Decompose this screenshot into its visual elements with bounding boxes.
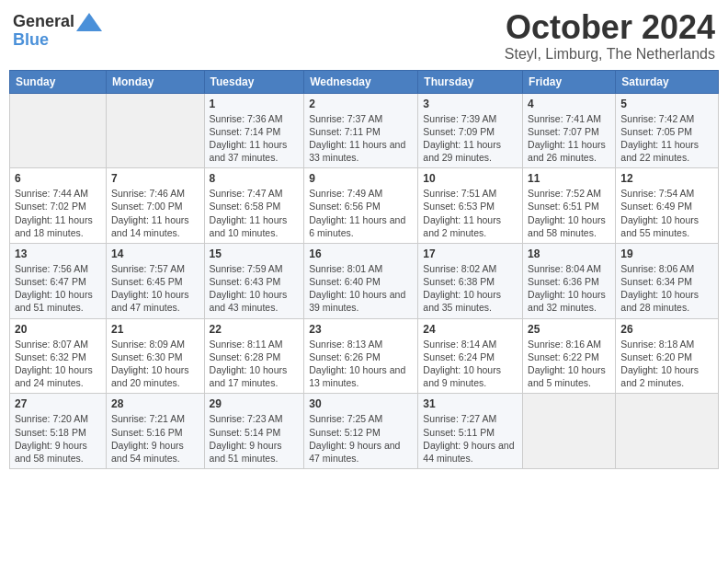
day-info: Sunrise: 7:52 AM Sunset: 6:51 PM Dayligh… [528, 187, 610, 239]
day-number: 2 [309, 98, 413, 110]
calendar-cell: 19Sunrise: 8:06 AM Sunset: 6:34 PM Dayli… [616, 243, 719, 318]
calendar-cell: 3Sunrise: 7:39 AM Sunset: 7:09 PM Daylig… [418, 93, 523, 168]
month-title: October 2024 [505, 9, 715, 46]
day-number: 17 [423, 247, 518, 260]
calendar-week-row: 20Sunrise: 8:07 AM Sunset: 6:32 PM Dayli… [10, 318, 719, 394]
calendar-cell: 8Sunrise: 7:47 AM Sunset: 6:58 PM Daylig… [204, 168, 304, 244]
calendar-cell: 1Sunrise: 7:36 AM Sunset: 7:14 PM Daylig… [204, 93, 304, 168]
calendar-cell: 4Sunrise: 7:41 AM Sunset: 7:07 PM Daylig… [523, 93, 616, 168]
calendar-cell: 17Sunrise: 8:02 AM Sunset: 6:38 PM Dayli… [418, 243, 523, 318]
logo-general: General [13, 13, 74, 31]
day-number: 14 [111, 247, 199, 260]
day-header-monday: Monday [106, 70, 204, 93]
day-info: Sunrise: 7:36 AM Sunset: 7:14 PM Dayligh… [210, 112, 300, 165]
day-number: 6 [15, 172, 101, 185]
day-number: 12 [620, 172, 713, 185]
calendar-table: SundayMondayTuesdayWednesdayThursdayFrid… [9, 70, 719, 469]
logo: General Blue [13, 13, 102, 50]
day-number: 7 [111, 172, 199, 185]
calendar-cell: 22Sunrise: 8:11 AM Sunset: 6:28 PM Dayli… [204, 318, 304, 394]
day-number: 18 [528, 247, 610, 260]
day-number: 31 [423, 397, 518, 410]
day-number: 16 [309, 247, 413, 260]
day-info: Sunrise: 8:06 AM Sunset: 6:34 PM Dayligh… [620, 262, 713, 315]
location-subtitle: Steyl, Limburg, The Netherlands [505, 46, 715, 63]
calendar-cell: 31Sunrise: 7:27 AM Sunset: 5:11 PM Dayli… [418, 394, 523, 469]
day-info: Sunrise: 8:13 AM Sunset: 6:26 PM Dayligh… [309, 338, 413, 390]
calendar-cell [10, 93, 107, 168]
calendar-cell: 10Sunrise: 7:51 AM Sunset: 6:53 PM Dayli… [418, 168, 523, 244]
day-number: 20 [15, 323, 101, 336]
calendar-cell: 12Sunrise: 7:54 AM Sunset: 6:49 PM Dayli… [616, 168, 719, 244]
day-info: Sunrise: 7:57 AM Sunset: 6:45 PM Dayligh… [111, 262, 199, 315]
day-number: 3 [423, 98, 518, 110]
day-number: 24 [423, 323, 518, 336]
day-header-tuesday: Tuesday [204, 70, 304, 93]
day-number: 19 [620, 247, 713, 260]
day-info: Sunrise: 8:11 AM Sunset: 6:28 PM Dayligh… [210, 338, 300, 390]
day-info: Sunrise: 7:49 AM Sunset: 6:56 PM Dayligh… [309, 187, 413, 239]
day-header-friday: Friday [523, 70, 616, 93]
day-info: Sunrise: 8:09 AM Sunset: 6:30 PM Dayligh… [111, 338, 199, 390]
day-info: Sunrise: 7:47 AM Sunset: 6:58 PM Dayligh… [210, 187, 300, 239]
calendar-week-row: 6Sunrise: 7:44 AM Sunset: 7:02 PM Daylig… [10, 168, 719, 244]
day-number: 25 [528, 323, 610, 336]
day-header-saturday: Saturday [616, 70, 719, 93]
calendar-cell: 16Sunrise: 8:01 AM Sunset: 6:40 PM Dayli… [304, 243, 418, 318]
logo-blue: Blue [13, 30, 49, 49]
day-info: Sunrise: 7:54 AM Sunset: 6:49 PM Dayligh… [620, 187, 713, 239]
calendar-cell: 30Sunrise: 7:25 AM Sunset: 5:12 PM Dayli… [304, 394, 418, 469]
day-number: 30 [309, 397, 413, 410]
calendar-cell: 5Sunrise: 7:42 AM Sunset: 7:05 PM Daylig… [616, 93, 719, 168]
day-info: Sunrise: 8:18 AM Sunset: 6:20 PM Dayligh… [620, 338, 713, 390]
day-number: 21 [111, 323, 199, 336]
calendar-week-row: 27Sunrise: 7:20 AM Sunset: 5:18 PM Dayli… [10, 394, 719, 469]
calendar-cell: 7Sunrise: 7:46 AM Sunset: 7:00 PM Daylig… [106, 168, 204, 244]
day-info: Sunrise: 7:20 AM Sunset: 5:18 PM Dayligh… [15, 412, 101, 465]
calendar-cell: 20Sunrise: 8:07 AM Sunset: 6:32 PM Dayli… [10, 318, 107, 394]
day-number: 4 [528, 98, 610, 110]
day-number: 9 [309, 172, 413, 185]
day-info: Sunrise: 7:39 AM Sunset: 7:09 PM Dayligh… [423, 112, 518, 165]
day-number: 29 [210, 397, 300, 410]
day-info: Sunrise: 7:46 AM Sunset: 7:00 PM Dayligh… [111, 187, 199, 239]
day-info: Sunrise: 8:04 AM Sunset: 6:36 PM Dayligh… [528, 262, 610, 315]
calendar-header-row: SundayMondayTuesdayWednesdayThursdayFrid… [10, 70, 719, 93]
day-info: Sunrise: 7:23 AM Sunset: 5:14 PM Dayligh… [210, 412, 300, 465]
calendar-cell: 25Sunrise: 8:16 AM Sunset: 6:22 PM Dayli… [523, 318, 616, 394]
calendar-cell: 23Sunrise: 8:13 AM Sunset: 6:26 PM Dayli… [304, 318, 418, 394]
day-header-thursday: Thursday [418, 70, 523, 93]
calendar-cell: 2Sunrise: 7:37 AM Sunset: 7:11 PM Daylig… [304, 93, 418, 168]
calendar-cell: 11Sunrise: 7:52 AM Sunset: 6:51 PM Dayli… [523, 168, 616, 244]
day-info: Sunrise: 7:37 AM Sunset: 7:11 PM Dayligh… [309, 112, 413, 165]
calendar-cell: 21Sunrise: 8:09 AM Sunset: 6:30 PM Dayli… [106, 318, 204, 394]
day-info: Sunrise: 8:01 AM Sunset: 6:40 PM Dayligh… [309, 262, 413, 315]
day-number: 5 [620, 98, 713, 110]
day-number: 1 [210, 98, 300, 110]
calendar-cell [106, 93, 204, 168]
calendar-cell [616, 394, 719, 469]
day-info: Sunrise: 8:07 AM Sunset: 6:32 PM Dayligh… [15, 338, 101, 390]
day-info: Sunrise: 7:25 AM Sunset: 5:12 PM Dayligh… [309, 412, 413, 465]
logo-icon [76, 13, 102, 31]
day-info: Sunrise: 7:59 AM Sunset: 6:43 PM Dayligh… [210, 262, 300, 315]
day-info: Sunrise: 7:51 AM Sunset: 6:53 PM Dayligh… [423, 187, 518, 239]
calendar-cell: 14Sunrise: 7:57 AM Sunset: 6:45 PM Dayli… [106, 243, 204, 318]
calendar-cell: 29Sunrise: 7:23 AM Sunset: 5:14 PM Dayli… [204, 394, 304, 469]
day-info: Sunrise: 7:42 AM Sunset: 7:05 PM Dayligh… [620, 112, 713, 165]
day-header-sunday: Sunday [10, 70, 107, 93]
svg-marker-0 [76, 13, 102, 31]
day-info: Sunrise: 7:27 AM Sunset: 5:11 PM Dayligh… [423, 412, 518, 465]
page-header: General Blue October 2024 Steyl, Limburg… [9, 9, 719, 63]
day-number: 23 [309, 323, 413, 336]
day-info: Sunrise: 7:41 AM Sunset: 7:07 PM Dayligh… [528, 112, 610, 165]
day-number: 27 [15, 397, 101, 410]
calendar-week-row: 1Sunrise: 7:36 AM Sunset: 7:14 PM Daylig… [10, 93, 719, 168]
calendar-cell: 24Sunrise: 8:14 AM Sunset: 6:24 PM Dayli… [418, 318, 523, 394]
calendar-cell: 9Sunrise: 7:49 AM Sunset: 6:56 PM Daylig… [304, 168, 418, 244]
day-info: Sunrise: 8:14 AM Sunset: 6:24 PM Dayligh… [423, 338, 518, 390]
day-number: 28 [111, 397, 199, 410]
day-header-wednesday: Wednesday [304, 70, 418, 93]
calendar-cell: 15Sunrise: 7:59 AM Sunset: 6:43 PM Dayli… [204, 243, 304, 318]
day-number: 11 [528, 172, 610, 185]
